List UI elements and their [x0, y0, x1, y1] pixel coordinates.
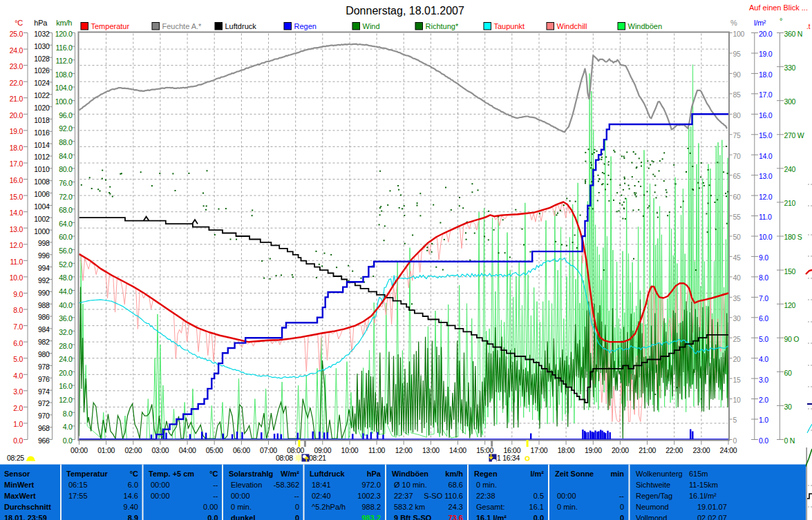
svg-text:3.0: 3.0: [13, 387, 23, 396]
svg-text:0.00: 0.00: [203, 503, 218, 511]
svg-text:18.0: 18.0: [10, 144, 23, 152]
svg-text:hPa: hPa: [367, 470, 381, 478]
svg-text:19.01.07: 19.01.07: [697, 503, 727, 511]
svg-text:80.0: 80.0: [59, 165, 73, 173]
svg-text:240: 240: [784, 165, 796, 173]
svg-text:1006: 1006: [34, 190, 50, 198]
svg-text:88.0: 88.0: [59, 138, 73, 146]
svg-text:73.6: 73.6: [449, 514, 463, 520]
svg-text:17.0: 17.0: [759, 90, 773, 99]
svg-text:Neumond: Neumond: [636, 503, 669, 511]
svg-text:10: 10: [733, 396, 742, 404]
svg-text:96.0: 96.0: [59, 111, 73, 119]
svg-text:11.0: 11.0: [10, 258, 23, 266]
svg-text:Sensor: Sensor: [4, 470, 30, 478]
svg-text:12.0: 12.0: [59, 396, 73, 404]
svg-text:Wind: Wind: [363, 22, 380, 30]
svg-text:00:00: 00:00: [557, 492, 576, 500]
svg-text:1000: 1000: [34, 227, 50, 235]
svg-text:2.0: 2.0: [759, 396, 768, 404]
svg-text:48.0: 48.0: [59, 273, 73, 282]
svg-text:70: 70: [733, 152, 742, 160]
svg-text:Auf einen Blick ...: Auf einen Blick ...: [749, 3, 808, 12]
svg-text:8.0: 8.0: [759, 273, 768, 282]
svg-text:980: 980: [38, 350, 50, 358]
svg-text:1008: 1008: [34, 177, 50, 186]
svg-text:-58.362: -58.362: [274, 481, 299, 489]
svg-text:992: 992: [38, 276, 50, 285]
svg-text:24.0: 24.0: [59, 355, 73, 363]
svg-text:0.0: 0.0: [759, 436, 768, 445]
svg-text:1.0: 1.0: [13, 420, 23, 428]
svg-text:Windböen: Windböen: [392, 470, 428, 478]
svg-text:92.0: 92.0: [59, 124, 73, 133]
svg-text:13:00: 13:00: [422, 446, 440, 454]
svg-text:Luftdruck: Luftdruck: [225, 22, 257, 30]
svg-text:14.0: 14.0: [759, 152, 773, 160]
svg-text:64.0: 64.0: [59, 220, 73, 228]
svg-text:996: 996: [38, 251, 50, 260]
svg-text:19:00: 19:00: [585, 446, 602, 454]
svg-text:00:00: 00:00: [151, 492, 170, 500]
svg-text:15.0: 15.0: [759, 131, 773, 139]
svg-text:.t: .t: [806, 23, 811, 30]
svg-text:Gesamt:: Gesamt:: [476, 503, 505, 511]
svg-text:988.2: 988.2: [361, 503, 381, 511]
svg-text:986: 986: [38, 313, 50, 321]
svg-text:km/h: km/h: [56, 19, 72, 27]
svg-text:9.0: 9.0: [759, 253, 768, 262]
svg-text:9.0: 9.0: [13, 290, 23, 298]
svg-text:MinWert: MinWert: [4, 481, 35, 489]
svg-text:11:00: 11:00: [368, 446, 385, 454]
svg-text:05:00: 05:00: [206, 446, 223, 454]
svg-text:04:00: 04:00: [179, 446, 196, 454]
svg-text:90: 90: [733, 70, 742, 79]
svg-text:Temperatur: Temperatur: [66, 470, 108, 478]
svg-text:14:00: 14:00: [449, 446, 466, 454]
svg-text:210: 210: [784, 199, 796, 207]
svg-text:25.0: 25.0: [10, 30, 23, 38]
svg-text:Solarstrahlg: Solarstrahlg: [229, 470, 273, 478]
svg-text:Regen/Tag: Regen/Tag: [636, 492, 672, 500]
svg-text:972.0: 972.0: [361, 481, 381, 489]
svg-text:6.0: 6.0: [759, 314, 768, 322]
svg-text:l/m²: l/m²: [754, 19, 766, 27]
svg-text:14.6: 14.6: [124, 492, 138, 500]
svg-text:974: 974: [38, 387, 50, 396]
svg-text:W/m²: W/m²: [281, 470, 299, 478]
svg-text:3.0: 3.0: [759, 376, 768, 384]
svg-text:40: 40: [733, 273, 742, 282]
svg-text:08:08: 08:08: [276, 454, 293, 462]
svg-text:360 N: 360 N: [784, 30, 803, 38]
svg-text:32.0: 32.0: [59, 328, 73, 336]
svg-text:°C: °C: [209, 470, 218, 478]
svg-text:min: min: [610, 470, 624, 478]
svg-text:1012: 1012: [34, 153, 50, 161]
svg-text:17:55: 17:55: [68, 492, 88, 500]
svg-text:15:00: 15:00: [476, 446, 493, 454]
svg-text:4.0: 4.0: [63, 423, 73, 431]
svg-text:1024: 1024: [34, 79, 50, 87]
svg-text:Regen: Regen: [294, 22, 317, 30]
svg-text:Windchill: Windchill: [557, 22, 587, 30]
svg-text:56.0: 56.0: [59, 247, 73, 255]
svg-text:°: °: [780, 17, 782, 25]
svg-text:330: 330: [784, 64, 796, 72]
svg-text:68.0: 68.0: [59, 206, 73, 214]
svg-text:--: --: [294, 492, 300, 500]
svg-text:1016: 1016: [34, 128, 50, 137]
svg-text:25: 25: [733, 335, 742, 343]
svg-text:12.0: 12.0: [759, 193, 773, 201]
svg-text:970: 970: [38, 412, 50, 420]
svg-text:1032: 1032: [34, 30, 50, 38]
svg-text:16.1 l/m²: 16.1 l/m²: [476, 514, 507, 520]
svg-text:Temperatur: Temperatur: [91, 22, 130, 30]
svg-text:Windböen: Windböen: [628, 22, 663, 30]
svg-text:20.0: 20.0: [759, 30, 773, 38]
svg-text:08:21: 08:21: [309, 454, 326, 462]
svg-text:998: 998: [38, 239, 50, 247]
svg-text:0.0: 0.0: [63, 436, 73, 445]
svg-text:18:00: 18:00: [558, 446, 575, 454]
svg-text:0: 0: [295, 503, 299, 511]
svg-text:40.0: 40.0: [59, 301, 73, 309]
